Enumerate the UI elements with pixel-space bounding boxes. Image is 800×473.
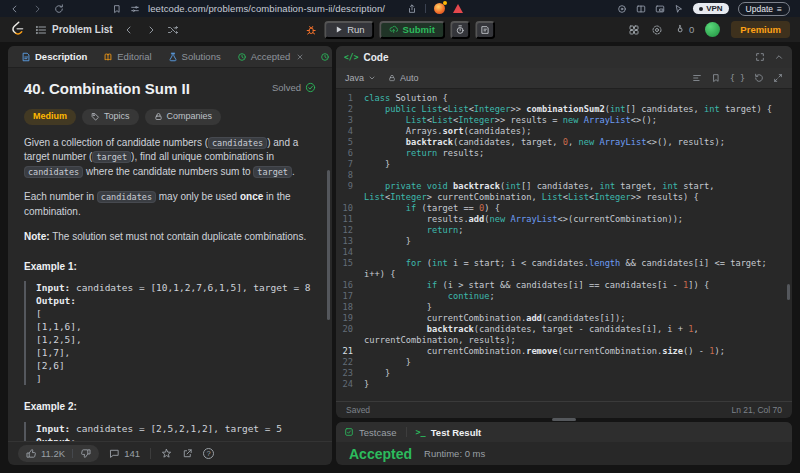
code-line[interactable]: 23 } (336, 368, 792, 379)
vpn-badge[interactable]: VPN (693, 3, 728, 14)
run-button[interactable]: Run (324, 21, 374, 39)
picture-in-picture-icon[interactable] (655, 4, 665, 14)
close-icon[interactable] (296, 53, 304, 61)
sidebar-toggle-icon[interactable] (636, 4, 646, 14)
code-line[interactable]: 20 backtrack(candidates, target - candid… (336, 324, 792, 346)
comments-button[interactable]: 141 (109, 448, 140, 459)
help-button[interactable]: ? (203, 448, 214, 459)
premium-button[interactable]: Premium (731, 21, 790, 38)
panel-resize-handle[interactable] (552, 418, 576, 421)
example-line: ] (36, 372, 316, 385)
bookmark-code-icon[interactable] (711, 73, 721, 83)
description-tabbar: Description Editorial Solutions Accepted (8, 46, 332, 68)
leetcode-logo-icon[interactable] (10, 20, 25, 39)
topics-badge[interactable]: Topics (82, 109, 139, 125)
code-line[interactable]: 12 return; (336, 225, 792, 236)
code-line[interactable]: 19 currentCombination.add(candidates[i])… (336, 313, 792, 324)
collapse-panel-icon[interactable] (774, 52, 784, 62)
code-line[interactable]: 3 List<List<Integer>> results = new Arra… (336, 115, 792, 126)
code-line[interactable]: 1class Solution { (336, 93, 792, 104)
format-code-icon[interactable] (692, 73, 702, 83)
problem-title: 40. Combination Sum II (24, 78, 190, 100)
submit-button[interactable]: Submit (380, 21, 445, 39)
notes-button[interactable] (475, 21, 495, 39)
description-scrollbar[interactable] (327, 170, 330, 320)
code-editor[interactable]: 1class Solution {2 public List<List<Inte… (336, 89, 792, 401)
app-window: leetcode.com/problems/combination-sum-ii… (0, 0, 800, 473)
divider (72, 449, 73, 458)
code-line[interactable]: 7 } (336, 159, 792, 170)
prev-problem-icon[interactable] (123, 24, 135, 36)
tab-editorial[interactable]: Editorial (98, 51, 156, 62)
settings-gear-icon[interactable] (651, 24, 663, 36)
browser-reload-icon[interactable] (54, 4, 64, 14)
user-avatar[interactable] (705, 22, 720, 37)
code-line[interactable]: 9 private void backtrack(int[] candidate… (336, 181, 792, 203)
auto-format-toggle[interactable]: Auto (388, 73, 419, 83)
code-line[interactable]: 8 (336, 170, 792, 181)
comment-icon (109, 448, 120, 459)
extensions-icon[interactable] (617, 4, 627, 14)
language-selector[interactable]: Java (345, 73, 376, 83)
code-line[interactable]: 5 backtrack(candidates, target, 0, new A… (336, 137, 792, 148)
problem-description[interactable]: 40. Combination Sum II Solved Medium Top… (8, 68, 332, 441)
code-line[interactable]: 13 } (336, 236, 792, 247)
streak-counter[interactable]: 0 (674, 24, 694, 36)
problem-paragraph: Note: The solution set must not contain … (24, 230, 316, 245)
extension-fire-icon[interactable] (434, 3, 445, 14)
example-line: Input: candidates = [10,1,2,7,6,1,5], ta… (36, 281, 316, 294)
tab-testcase[interactable]: Testcase (344, 427, 397, 438)
shuffle-icon[interactable] (167, 24, 179, 36)
cursor-icon[interactable] (674, 4, 684, 14)
lock-icon (388, 74, 396, 82)
editor-scrollbar[interactable] (787, 284, 790, 300)
maximize-panel-icon[interactable] (755, 52, 765, 62)
layout-grid-icon[interactable] (628, 24, 640, 36)
tab-test-result[interactable]: >_ Test Result (416, 427, 482, 438)
code-line[interactable]: 14 (336, 247, 792, 258)
braces-icon[interactable]: { } (730, 73, 745, 83)
timer-button[interactable] (450, 21, 470, 39)
code-line[interactable]: 4 Arrays.sort(candidates); (336, 126, 792, 137)
reset-code-icon[interactable] (754, 73, 764, 83)
favorite-button[interactable] (161, 448, 172, 459)
tab-solutions[interactable]: Solutions (163, 51, 226, 62)
dislike-button[interactable] (80, 448, 91, 459)
browser-forward-icon[interactable] (32, 4, 42, 14)
code-line[interactable]: 10 if (target == 0) { (336, 203, 792, 214)
example-line: Output: (36, 294, 316, 307)
code-line[interactable]: 15 for (int i = start; i < candidates.le… (336, 258, 792, 280)
book-icon (103, 52, 113, 62)
like-button[interactable]: 11.2K (26, 448, 65, 459)
code-line[interactable]: 2 public List<List<Integer>> combination… (336, 104, 792, 115)
workspace: Description Editorial Solutions Accepted (8, 46, 792, 465)
address-bar[interactable]: leetcode.com/problems/combination-sum-ii… (148, 3, 385, 14)
tab-submissions[interactable]: Submissions (315, 51, 332, 62)
test-result-body: Accepted Runtime: 0 ms (336, 442, 792, 465)
code-line[interactable]: 18 } (336, 302, 792, 313)
code-line[interactable]: 21 currentCombination.remove(currentComb… (336, 346, 792, 357)
extension-warning-icon[interactable] (453, 4, 463, 13)
code-line[interactable]: 11 results.add(new ArrayList<>(currentCo… (336, 214, 792, 225)
share-icon[interactable] (407, 4, 417, 14)
companies-badge[interactable]: Companies (145, 109, 222, 125)
code-line[interactable]: 6 return results; (336, 148, 792, 159)
browser-back-icon[interactable] (10, 4, 20, 14)
difficulty-badge[interactable]: Medium (24, 109, 76, 125)
code-line[interactable]: 16 if (i > start && candidates[i] == can… (336, 280, 792, 291)
code-line[interactable]: 24} (336, 379, 792, 390)
debug-icon[interactable] (305, 24, 317, 36)
tab-accepted[interactable]: Accepted (232, 51, 310, 62)
code-line[interactable]: 22 } (336, 357, 792, 368)
fullscreen-editor-icon[interactable] (773, 73, 783, 83)
share-problem-button[interactable] (182, 448, 193, 459)
problem-list-button[interactable]: Problem List (35, 24, 113, 36)
bookmark-icon[interactable] (112, 4, 122, 14)
next-problem-icon[interactable] (145, 24, 157, 36)
code-panel-header: </> Code (336, 46, 792, 68)
site-settings-icon[interactable] (130, 4, 140, 14)
tab-description[interactable]: Description (16, 51, 92, 62)
code-line[interactable]: 17 continue; (336, 291, 792, 302)
vpn-dot-icon (699, 7, 703, 11)
update-button[interactable]: Update≡ (738, 2, 790, 16)
